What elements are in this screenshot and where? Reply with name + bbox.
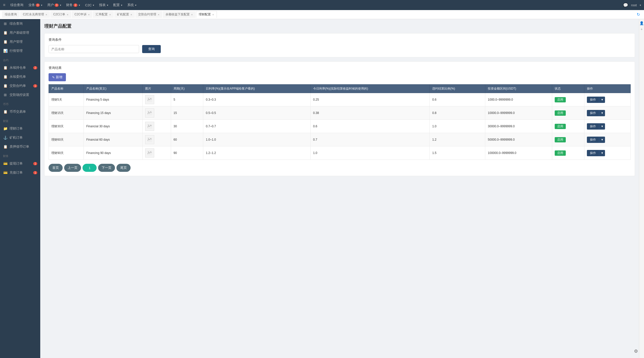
- sidebar-item-label: 永续持仓单: [10, 65, 26, 70]
- cell-name: 理财60天: [49, 133, 84, 146]
- tab-close-icon[interactable]: ×: [131, 13, 132, 16]
- tab-balance-revenue[interactable]: 余额收益下发配置 ×: [163, 11, 195, 18]
- user-name: root: [631, 3, 637, 7]
- status-enabled-button[interactable]: 启用: [555, 137, 566, 142]
- sidebar-item-perpetual-entrust[interactable]: 📋 永续委托单: [0, 72, 40, 81]
- chevron-down-icon: ▾: [41, 4, 42, 7]
- menu-icon[interactable]: ≡: [3, 3, 5, 7]
- refresh-icon[interactable]: ↻: [635, 12, 642, 17]
- page-prev-button[interactable]: 上一页: [64, 164, 81, 172]
- table-row: 理财5天 Financing 5 days 5 0.3–0.3 0.25 0.6…: [49, 93, 631, 106]
- chevron-down-icon[interactable]: ▾: [640, 4, 641, 7]
- action-dropdown-button[interactable]: ▼: [599, 150, 605, 156]
- page-next-button[interactable]: 下一页: [98, 164, 115, 172]
- tab-close-icon[interactable]: ×: [158, 13, 159, 16]
- products-table: 产品名称 产品名称(英文) 图片 周期(天) 日利率(%)(显示在APP端给客户…: [49, 84, 631, 160]
- sidebar-item-recharge[interactable]: 💳 充值订单 1: [0, 168, 40, 177]
- status-enabled-button[interactable]: 启用: [555, 150, 566, 156]
- tab-c2c-order[interactable]: C2C订单 ×: [50, 11, 71, 18]
- sidebar-item-perpetual-order[interactable]: 📋 永续持仓单 2: [0, 63, 40, 72]
- tab-close-icon[interactable]: ×: [67, 13, 68, 16]
- tab-comprehensive[interactable]: 综合查询: [2, 11, 20, 18]
- nav-item-business[interactable]: 业务 3 ▾: [26, 2, 44, 8]
- nav-label: 用户: [47, 3, 54, 7]
- tab-close-icon[interactable]: ×: [88, 13, 90, 16]
- results-section-label: 查询结果: [49, 66, 631, 70]
- action-dropdown-button[interactable]: ▼: [599, 110, 605, 116]
- action-button[interactable]: 操作: [587, 97, 599, 103]
- doc-icon: 📋: [3, 110, 8, 114]
- sidebar-item-label: 矿机订单: [10, 135, 23, 140]
- nav-item-reports[interactable]: 报表 ▾: [97, 2, 110, 8]
- sidebar-item-label: 提现订单: [10, 161, 23, 166]
- cell-image: [143, 93, 171, 106]
- action-dropdown-button[interactable]: ▼: [599, 137, 605, 143]
- query-button[interactable]: 查询: [142, 45, 161, 53]
- sidebar-item-user-basic[interactable]: 📋 用户基础管理: [0, 28, 40, 37]
- sidebar-item-withdrawal[interactable]: 💳 提现订单 1: [0, 159, 40, 168]
- page-current-button[interactable]: 1: [83, 164, 97, 172]
- sidebar-item-delivery-order[interactable]: 📋 交割合约单 1: [0, 81, 40, 90]
- tab-close-icon[interactable]: ×: [109, 13, 111, 16]
- doc-icon: 📋: [3, 84, 8, 88]
- col-name: 产品名称: [49, 85, 84, 93]
- tab-bar: 综合查询 C2C永兑商管理 × C2C订单 × C2C申诉 × 汇率配置 × 矿…: [0, 10, 644, 19]
- nav-badge: 3: [55, 4, 59, 7]
- tab-c2c-appeal[interactable]: C2C申诉 ×: [72, 11, 92, 18]
- nav-label: 业务: [28, 3, 35, 7]
- status-enabled-button[interactable]: 启用: [555, 110, 566, 116]
- col-action: 操作: [584, 85, 631, 93]
- nav-item-config[interactable]: 配置 ▾: [111, 2, 124, 8]
- tab-label: 余额收益下发配置: [166, 12, 190, 17]
- tab-delivery-contract[interactable]: 交割合约管理 ×: [135, 11, 162, 18]
- sidebar-item-delivery-control[interactable]: ⊞ 交割场控设置: [0, 90, 40, 99]
- tab-label: 交割合约管理: [138, 12, 156, 17]
- page-title: 理财产品配置: [44, 23, 635, 29]
- action-button[interactable]: 操作: [587, 150, 599, 156]
- nav-item-c2c[interactable]: C2C ▾: [83, 2, 96, 8]
- tab-mining-config[interactable]: 矿机配置 ×: [114, 11, 135, 18]
- sidebar-item-mining-order[interactable]: ⚓ 矿机订单: [0, 133, 40, 142]
- page-first-button[interactable]: 首页: [49, 164, 63, 172]
- action-dropdown-button[interactable]: ▼: [599, 97, 605, 103]
- cell-daily-rate: 0.7–0.7: [203, 120, 310, 133]
- grid-icon: ⊞: [3, 93, 8, 97]
- nav-item-users[interactable]: 用户 3 ▾: [45, 2, 63, 8]
- product-name-input[interactable]: [49, 45, 139, 53]
- page-last-button[interactable]: 尾页: [116, 164, 131, 172]
- tab-exchange-rate[interactable]: 汇率配置 ×: [93, 11, 113, 18]
- tab-c2c-merchant[interactable]: C2C永兑商管理 ×: [20, 11, 50, 18]
- sidebar-section-contract: 合约: [0, 55, 40, 63]
- nav-item-comprehensive[interactable]: 综合查询: [8, 2, 25, 8]
- gear-icon[interactable]: ⚙: [634, 348, 638, 354]
- action-dropdown-button[interactable]: ▼: [599, 123, 605, 130]
- add-button[interactable]: ✎ 新增: [49, 73, 66, 81]
- tab-close-icon[interactable]: ×: [191, 13, 193, 16]
- action-button[interactable]: 操作: [587, 137, 599, 143]
- nav-item-system[interactable]: 系统 ▾: [125, 2, 138, 8]
- sidebar-item-user-mgmt[interactable]: 📋 用户管理: [0, 37, 40, 46]
- status-enabled-button[interactable]: 启用: [555, 97, 566, 102]
- plus-icon[interactable]: +: [640, 27, 642, 31]
- sidebar-item-mortgage-order[interactable]: 📋 质押借币订单: [0, 142, 40, 151]
- sidebar-item-label: 行情管理: [10, 49, 23, 53]
- product-image: [145, 122, 154, 131]
- sidebar-section-financial: 财务: [0, 151, 40, 159]
- cell-amount-range: 100000.0–9999999.0: [485, 146, 552, 160]
- sidebar-item-finance-order[interactable]: 📁 理财订单: [0, 124, 40, 133]
- sidebar-item-coin-trade[interactable]: 📋 币币交易单: [0, 107, 40, 116]
- cell-today-rate: 0.38: [310, 106, 430, 120]
- tab-close-icon[interactable]: ×: [46, 13, 47, 16]
- tab-close-icon[interactable]: ×: [212, 13, 214, 16]
- tab-finance-config[interactable]: 理财配置 ×: [196, 11, 217, 18]
- sidebar-item-market[interactable]: 📊 行情管理: [0, 46, 40, 55]
- action-button[interactable]: 操作: [587, 123, 599, 130]
- svg-point-1: [148, 98, 149, 99]
- product-image: [145, 135, 154, 144]
- nav-item-finance[interactable]: 财务 2 ▾: [64, 2, 82, 8]
- chat-icon[interactable]: 💬: [623, 3, 628, 8]
- sidebar-item-comprehensive[interactable]: ⊞ 综合查询: [0, 19, 40, 28]
- nav-label: 系统: [127, 3, 134, 7]
- status-enabled-button[interactable]: 启用: [555, 124, 566, 129]
- action-button[interactable]: 操作: [587, 110, 599, 116]
